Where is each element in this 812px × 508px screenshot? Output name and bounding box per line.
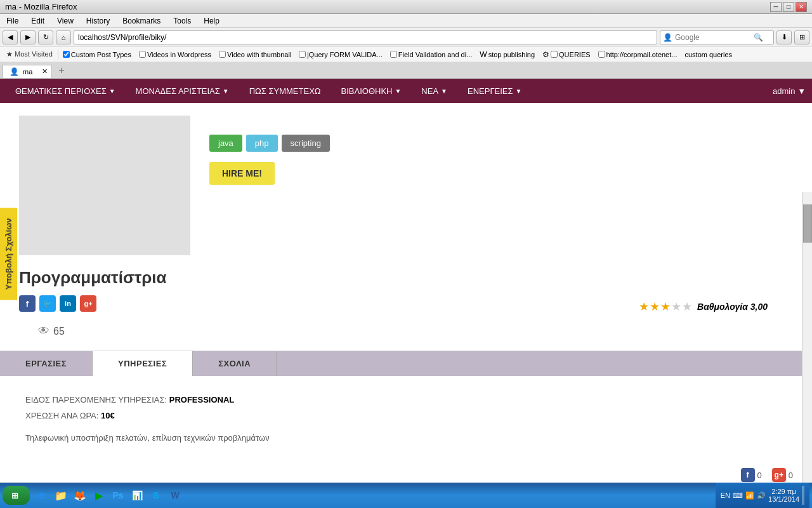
- taskbar-firefox[interactable]: 🦊: [72, 486, 88, 505]
- service-charge-value: 10€: [101, 411, 115, 420]
- menu-view[interactable]: View: [53, 15, 77, 27]
- bookmark-custom-post-types[interactable]: Custom Post Types: [60, 50, 134, 60]
- bookmark-checkbox[interactable]: [63, 51, 70, 58]
- bookmark-corpmail[interactable]: http://corpmail.otenet...: [595, 50, 681, 60]
- scrollbar[interactable]: [802, 192, 812, 508]
- bookmark-videos-wp[interactable]: Videos in Wordpress: [136, 50, 214, 60]
- tab-close-icon[interactable]: ✕: [42, 67, 48, 76]
- star-2: ★: [650, 300, 660, 314]
- taskbar-word[interactable]: W: [167, 486, 183, 505]
- forward-button[interactable]: ▶: [20, 30, 36, 44]
- nav-library-label: ΒΙΒΛΙΟΘΗΚΗ: [341, 86, 393, 96]
- bookmarks-toolbar: ★ Most Visited Custom Post Types Videos …: [0, 47, 812, 62]
- hire-me-button[interactable]: HIRE ME!: [209, 162, 275, 185]
- bookmark-field-val[interactable]: Field Validation and di...: [387, 50, 476, 60]
- tag-java[interactable]: java: [209, 135, 242, 152]
- bookmark-video-thumb[interactable]: Video with thumbnail: [216, 50, 294, 60]
- nav-library[interactable]: ΒΙΒΛΙΟΘΗΚΗ ▼: [332, 79, 410, 103]
- admin-menu[interactable]: admin ▼: [773, 86, 806, 96]
- menu-tools[interactable]: Tools: [169, 15, 195, 27]
- taskbar-photoshop[interactable]: Ps: [110, 486, 126, 505]
- back-button[interactable]: ◀: [3, 30, 18, 44]
- bookmark-checkbox-6[interactable]: [551, 51, 558, 58]
- nav-units[interactable]: ΜΟΝΑΔΕΣ ΑΡΙΣΤΕΙΑΣ ▼: [127, 79, 238, 103]
- bookmark-label-2: Videos in Wordpress: [147, 51, 211, 58]
- admin-arrow: ▼: [797, 86, 806, 96]
- maximize-button[interactable]: □: [783, 2, 794, 12]
- fullscreen-button[interactable]: ⊞: [794, 30, 809, 44]
- menu-history[interactable]: History: [82, 15, 114, 27]
- nav-units-label: ΜΟΝΑΔΕΣ ΑΡΙΣΤΕΙΑΣ: [136, 86, 220, 96]
- show-desktop-button[interactable]: [802, 486, 804, 505]
- home-button[interactable]: ⌂: [56, 30, 71, 44]
- url-input[interactable]: [74, 30, 657, 44]
- service-description: Τηλεφωνική υποστήριξη πελατών, επίλυση τ…: [25, 433, 787, 443]
- bookmark-custom-q[interactable]: custom queries: [681, 50, 735, 60]
- tab-label: ma: [23, 68, 32, 76]
- service-type-row: ΕΙΔΟΣ ΠΑΡΕΧΟΜΕΝΗΣ ΥΠΗΡΕΣΙΑΣ: PROFESSIONA…: [25, 395, 787, 404]
- nav-actions[interactable]: ΕΝΕΡΓΕΙΕΣ ▼: [459, 79, 530, 103]
- bookmark-jquery[interactable]: jQuery FORM VALIDA...: [296, 50, 385, 60]
- gp-count: 0: [789, 471, 793, 480]
- bookmark-checkbox-2[interactable]: [139, 51, 146, 58]
- profile-top-section: java php scripting HIRE ME!: [0, 103, 812, 268]
- nav-units-arrow: ▼: [223, 88, 229, 95]
- taskbar-media[interactable]: ▶: [91, 486, 107, 505]
- footer-fb-icon[interactable]: f: [741, 468, 755, 482]
- nav-how[interactable]: ΠΩΣ ΣΥΜΜΕΤΕΧΩ: [240, 79, 330, 103]
- taskbar-explorer[interactable]: 📁: [53, 486, 69, 505]
- taskbar-skype[interactable]: S: [148, 486, 164, 505]
- footer-gp-icon[interactable]: g+: [772, 468, 786, 482]
- site-navigation: ΘΕΜΑΤΙΚΕΣ ΠΕΡΙΟΧΕΣ ▼ ΜΟΝΑΔΕΣ ΑΡΙΣΤΕΙΑΣ ▼…: [0, 79, 812, 103]
- folder-icon: 📁: [55, 490, 67, 502]
- bookmark-queries[interactable]: ⚙ QUERIES: [539, 49, 594, 60]
- search-input[interactable]: [675, 33, 751, 42]
- service-type-value: PROFESSIONAL: [169, 395, 235, 404]
- googleplus-icon[interactable]: g+: [80, 295, 96, 312]
- nav-thematic-areas[interactable]: ΘΕΜΑΤΙΚΕΣ ΠΕΡΙΟΧΕΣ ▼: [6, 79, 124, 103]
- main-content: java php scripting HIRE ME! Προγραμματίσ…: [0, 103, 812, 488]
- bookmark-checkbox-3[interactable]: [219, 51, 226, 58]
- most-visited-btn[interactable]: ★ Most Visited: [3, 49, 56, 60]
- linkedin-icon[interactable]: in: [60, 295, 76, 312]
- menu-bookmarks[interactable]: Bookmarks: [119, 15, 164, 27]
- minimize-button[interactable]: ─: [770, 2, 782, 12]
- tab-scholia[interactable]: ΣΧΟΛΙΑ: [193, 351, 277, 376]
- nav-news-arrow: ▼: [441, 88, 447, 95]
- tab-content-ypiresies: ΕΙΔΟΣ ΠΑΡΕΧΟΜΕΝΗΣ ΥΠΗΡΕΣΙΑΣ: PROFESSIONA…: [0, 376, 812, 462]
- tab-ergasies[interactable]: ΕΡΓΑΣΙΕΣ: [0, 351, 93, 376]
- side-submit-button[interactable]: Υποβολή Σχολίων: [0, 208, 17, 300]
- bookmark-checkbox-7[interactable]: [598, 51, 605, 58]
- bookmark-checkbox-5[interactable]: [390, 51, 397, 58]
- lang-indicator: EN: [721, 491, 730, 499]
- bookmark-checkbox-4[interactable]: [299, 51, 306, 58]
- menu-file[interactable]: File: [3, 15, 22, 27]
- nav-news[interactable]: ΝΕΑ ▼: [412, 79, 456, 103]
- bookmark-stop-pub[interactable]: W stop publishing: [476, 49, 538, 60]
- tab-ypiresies[interactable]: ΥΠΗΡΕΣΙΕΣ: [93, 351, 193, 376]
- menu-edit[interactable]: Edit: [27, 15, 48, 27]
- facebook-icon[interactable]: f: [19, 295, 36, 312]
- new-tab-button[interactable]: +: [53, 63, 69, 78]
- nav-thematic-label: ΘΕΜΑΤΙΚΕΣ ΠΕΡΙΟΧΕΣ: [15, 86, 107, 96]
- taskbar-taskmanager[interactable]: 📊: [129, 486, 145, 505]
- scrollbar-thumb[interactable]: [803, 204, 812, 243]
- bookmark-label-4: jQuery FORM VALIDA...: [307, 51, 382, 58]
- tabs-section: ΕΡΓΑΣΙΕΣ ΥΠΗΡΕΣΙΕΣ ΣΧΟΛΙΑ ΕΙΔΟΣ ΠΑΡΕΧΟΜΕ…: [0, 351, 812, 462]
- tag-php[interactable]: php: [246, 135, 278, 152]
- download-button[interactable]: ⬇: [776, 30, 792, 44]
- tag-scripting[interactable]: scripting: [282, 135, 330, 152]
- reload-button[interactable]: ↻: [38, 30, 53, 44]
- menu-help[interactable]: Help: [200, 15, 223, 27]
- close-button[interactable]: ✕: [796, 2, 807, 12]
- browser-tab-active[interactable]: 👤 ma ✕: [3, 65, 52, 78]
- search-icon[interactable]: 🔍: [754, 33, 763, 42]
- nav-how-label: ΠΩΣ ΣΥΜΜΕΤΕΧΩ: [249, 86, 321, 96]
- twitter-icon[interactable]: 🐦: [39, 295, 56, 312]
- menu-bar: File Edit View History Bookmarks Tools H…: [0, 14, 812, 28]
- start-button[interactable]: ⊞: [3, 486, 30, 505]
- clock-date: 13/1/2014: [768, 495, 799, 503]
- taskbar-ie[interactable]: e: [34, 486, 50, 505]
- profile-name: Προγραμματίστρια: [19, 268, 793, 288]
- nav-thematic-arrow: ▼: [109, 88, 115, 95]
